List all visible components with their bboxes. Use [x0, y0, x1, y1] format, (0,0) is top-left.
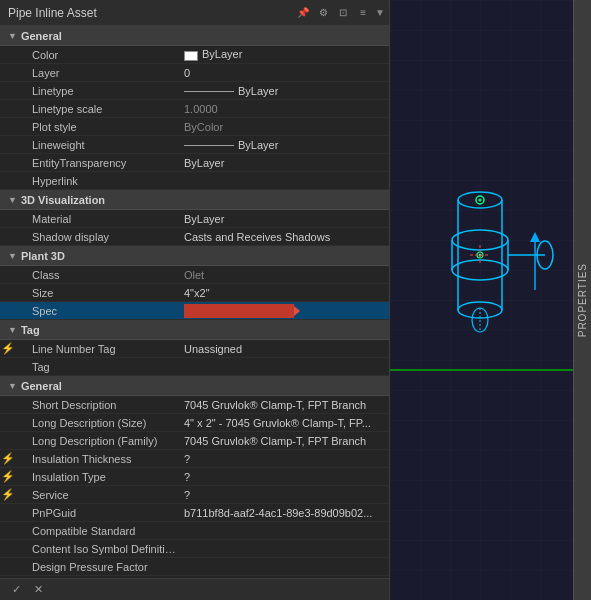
properties-content: ▼ General Color ByLayer Layer 0 Linetype… — [0, 26, 389, 578]
prop-layer[interactable]: Layer 0 — [0, 64, 389, 82]
properties-tab-label: PROPERTIES — [577, 263, 588, 337]
collapse-arrow: ▼ — [8, 31, 17, 41]
svg-rect-1 — [390, 0, 591, 600]
properties-tab[interactable]: PROPERTIES — [573, 0, 591, 600]
prop-short-desc[interactable]: Short Description 7045 Gruvlok® Clamp-T,… — [0, 396, 389, 414]
section-header-plant3d[interactable]: ▼ Plant 3D — [0, 246, 389, 266]
prop-design-pressure[interactable]: Design Pressure Factor — [0, 558, 389, 576]
prop-lineweight[interactable]: Lineweight ByLayer — [0, 136, 389, 154]
lightning-icon-tag: ⚡ — [0, 342, 16, 355]
svg-point-14 — [479, 199, 482, 202]
collapse-arrow-viz3d: ▼ — [8, 195, 17, 205]
prop-pnp-guid[interactable]: PnPGuid b711bf8d-aaf2-4ac1-89e3-89d09b02… — [0, 504, 389, 522]
prop-color[interactable]: Color ByLayer — [0, 46, 389, 64]
collapse-arrow-general2: ▼ — [8, 381, 17, 391]
prop-long-desc-size[interactable]: Long Description (Size) 4" x 2" - 7045 G… — [0, 414, 389, 432]
title-bar-icons: 📌 ⚙ ⊡ ≡ ▼ — [295, 5, 385, 21]
prop-linetype[interactable]: Linetype ByLayer — [0, 82, 389, 100]
lightning-icon-ins-type: ⚡ — [0, 470, 16, 483]
collapse-arrow-plant3d: ▼ — [8, 251, 17, 261]
prop-insulation-thickness[interactable]: ⚡ Insulation Thickness ? — [0, 450, 389, 468]
color-swatch — [184, 51, 198, 61]
lineweight-swatch — [184, 145, 234, 146]
properties-panel: Pipe Inline Asset 📌 ⚙ ⊡ ≡ ▼ ▼ General Co… — [0, 0, 390, 600]
line-swatch — [184, 91, 234, 92]
prop-tag[interactable]: Tag — [0, 358, 389, 376]
prop-size[interactable]: Size 4"x2" — [0, 284, 389, 302]
prop-line-number-tag[interactable]: ⚡ Line Number Tag Unassigned — [0, 340, 389, 358]
prop-insulation-type[interactable]: ⚡ Insulation Type ? — [0, 468, 389, 486]
lightning-icon-service: ⚡ — [0, 488, 16, 501]
title-bar: Pipe Inline Asset 📌 ⚙ ⊡ ≡ ▼ — [0, 0, 389, 26]
maximize-icon[interactable]: ⊡ — [335, 5, 351, 21]
section-header-tag[interactable]: ▼ Tag — [0, 320, 389, 340]
check-icon[interactable]: ✓ — [8, 582, 24, 598]
prop-material[interactable]: Material ByLayer — [0, 210, 389, 228]
prop-compatible-standard[interactable]: Compatible Standard — [0, 522, 389, 540]
prop-service[interactable]: ⚡ Service ? — [0, 486, 389, 504]
settings-icon[interactable]: ⚙ — [315, 5, 331, 21]
viewport: PROPERTIES — [390, 0, 591, 600]
more-icon[interactable]: ≡ — [355, 5, 371, 21]
prop-content-iso[interactable]: Content Iso Symbol Definition — [0, 540, 389, 558]
grid-canvas — [390, 0, 591, 600]
spec-value — [176, 303, 389, 317]
prop-spec[interactable]: Spec — [0, 302, 389, 320]
prop-plot-style[interactable]: Plot style ByColor — [0, 118, 389, 136]
close-icon[interactable]: ✕ — [30, 582, 46, 598]
spec-red-indicator — [184, 304, 294, 318]
collapse-arrow-tag: ▼ — [8, 325, 17, 335]
prop-long-desc-family[interactable]: Long Description (Family) 7045 Gruvlok® … — [0, 432, 389, 450]
dropdown-arrow[interactable]: ▼ — [375, 7, 385, 18]
prop-linetype-scale[interactable]: Linetype scale 1.0000 — [0, 100, 389, 118]
prop-hyperlink[interactable]: Hyperlink — [0, 172, 389, 190]
section-header-general2[interactable]: ▼ General — [0, 376, 389, 396]
pin-icon[interactable]: 📌 — [295, 5, 311, 21]
section-header-viz3d[interactable]: ▼ 3D Visualization — [0, 190, 389, 210]
panel-title: Pipe Inline Asset — [4, 6, 295, 20]
lightning-icon-ins-thick: ⚡ — [0, 452, 16, 465]
section-header-general[interactable]: ▼ General — [0, 26, 389, 46]
prop-class[interactable]: Class Olet — [0, 266, 389, 284]
bottom-toolbar: ✓ ✕ — [0, 578, 389, 600]
prop-shadow-display[interactable]: Shadow display Casts and Receives Shadow… — [0, 228, 389, 246]
prop-entity-transparency[interactable]: EntityTransparency ByLayer — [0, 154, 389, 172]
